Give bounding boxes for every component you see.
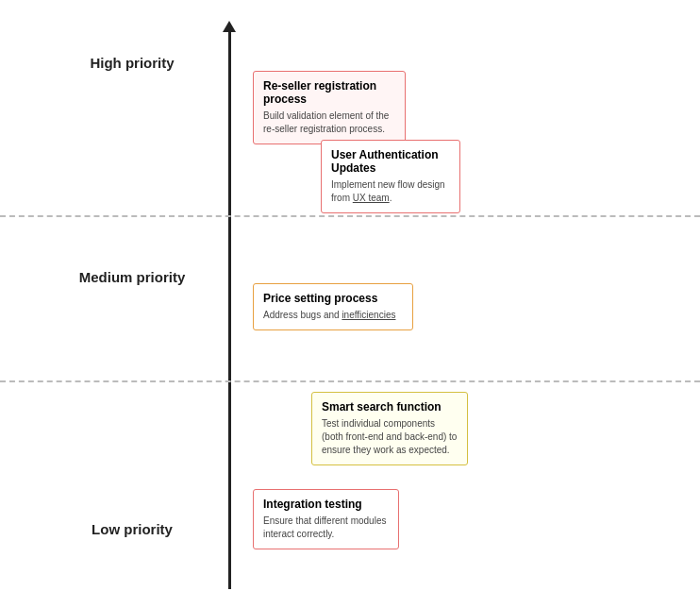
card-reseller[interactable]: Re-seller registration process Build val… — [253, 71, 406, 144]
card-integration-testing-desc: Ensure that different modules interact c… — [263, 515, 389, 541]
card-user-auth[interactable]: User Authentication Updates Implement ne… — [321, 140, 460, 213]
card-smart-search[interactable]: Smart search function Test individual co… — [311, 392, 468, 465]
medium-priority-label: Medium priority — [57, 269, 208, 285]
timeline-arrow — [223, 21, 236, 32]
card-price-setting-desc: Address bugs and inefficiencies — [263, 309, 403, 322]
high-priority-label: High priority — [57, 55, 208, 71]
card-reseller-desc: Build validation element of the re-selle… — [263, 110, 395, 136]
canvas: High priority Medium priority Low priori… — [0, 0, 700, 608]
card-user-auth-desc: Implement new flow design from UX team. — [331, 178, 450, 205]
inefficiencies-link[interactable]: inefficiencies — [342, 310, 395, 320]
ux-team-link[interactable]: UX team — [353, 193, 390, 203]
card-integration-testing[interactable]: Integration testing Ensure that differen… — [253, 489, 399, 549]
divider-high-medium — [0, 215, 700, 217]
card-reseller-title: Re-seller registration process — [263, 79, 395, 106]
low-priority-label: Low priority — [57, 521, 208, 537]
card-integration-testing-title: Integration testing — [263, 498, 389, 511]
card-smart-search-desc: Test individual components (both front-e… — [322, 417, 458, 457]
card-price-setting-title: Price setting process — [263, 292, 403, 305]
timeline-line — [228, 28, 231, 589]
card-user-auth-title: User Authentication Updates — [331, 148, 450, 175]
card-price-setting[interactable]: Price setting process Address bugs and i… — [253, 283, 413, 330]
card-smart-search-title: Smart search function — [322, 400, 458, 414]
divider-medium-low — [0, 380, 700, 382]
